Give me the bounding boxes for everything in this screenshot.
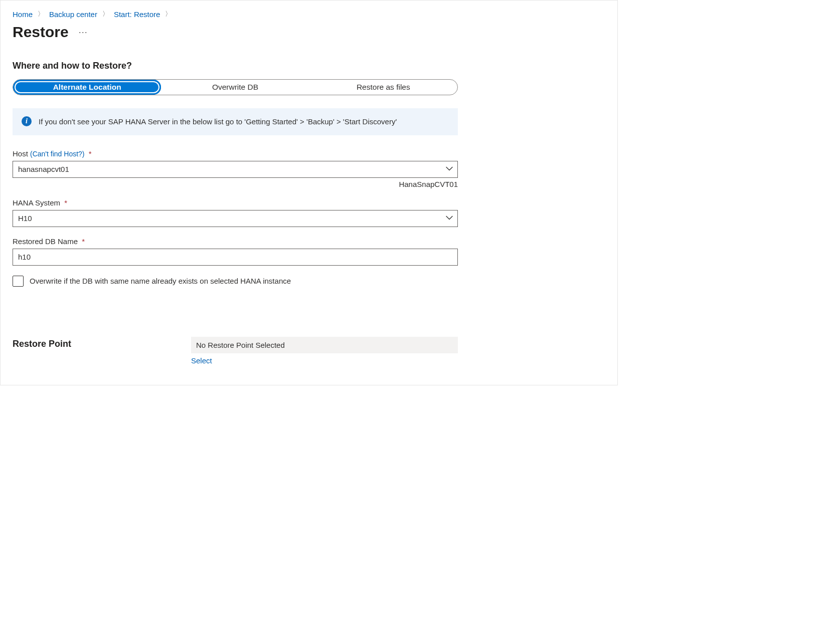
- chevron-right-icon: 〉: [38, 10, 44, 19]
- host-label: Host (Can't find Host?) *: [13, 149, 458, 158]
- overwrite-checkbox[interactable]: [13, 276, 24, 287]
- pill-alternate-location[interactable]: Alternate Location: [13, 80, 161, 95]
- host-resolved-name: HanaSnapCVT01: [13, 180, 458, 188]
- host-select-value[interactable]: hanasnapcvt01: [13, 161, 458, 178]
- breadcrumb: Home 〉 Backup center 〉 Start: Restore 〉: [13, 10, 605, 19]
- page-title: Restore: [13, 24, 69, 41]
- breadcrumb-backup-center[interactable]: Backup center: [49, 10, 97, 19]
- pill-restore-as-files[interactable]: Restore as files: [309, 80, 457, 95]
- breadcrumb-start-restore[interactable]: Start: Restore: [114, 10, 160, 19]
- required-indicator: *: [82, 237, 85, 246]
- hana-system-label: HANA System *: [13, 198, 458, 207]
- required-indicator: *: [64, 198, 67, 207]
- restored-db-name-label: Restored DB Name *: [13, 237, 458, 246]
- overwrite-checkbox-label: Overwrite if the DB with same name alrea…: [30, 277, 291, 285]
- restore-mode-toggle: Alternate Location Overwrite DB Restore …: [13, 79, 458, 95]
- restore-point-select-link[interactable]: Select: [191, 356, 212, 365]
- chevron-right-icon: 〉: [102, 10, 109, 19]
- info-icon: i: [22, 116, 32, 126]
- info-banner-text: If you don't see your SAP HANA Server in…: [39, 116, 397, 127]
- hana-system-select-value[interactable]: H10: [13, 210, 458, 227]
- section-heading-restore-target: Where and how to Restore?: [13, 61, 605, 71]
- host-select[interactable]: hanasnapcvt01: [13, 161, 458, 178]
- required-indicator: *: [89, 149, 92, 158]
- breadcrumb-home[interactable]: Home: [13, 10, 33, 19]
- restore-point-value: No Restore Point Selected: [191, 337, 458, 353]
- chevron-right-icon: 〉: [165, 10, 172, 19]
- restored-db-name-input[interactable]: [13, 249, 458, 266]
- hana-system-select[interactable]: H10: [13, 210, 458, 227]
- info-banner: i If you don't see your SAP HANA Server …: [13, 108, 458, 135]
- pill-overwrite-db[interactable]: Overwrite DB: [161, 80, 309, 95]
- cant-find-host-link[interactable]: (Can't find Host?): [30, 150, 85, 158]
- restore-point-label: Restore Point: [13, 337, 191, 349]
- more-actions-button[interactable]: ···: [79, 27, 88, 38]
